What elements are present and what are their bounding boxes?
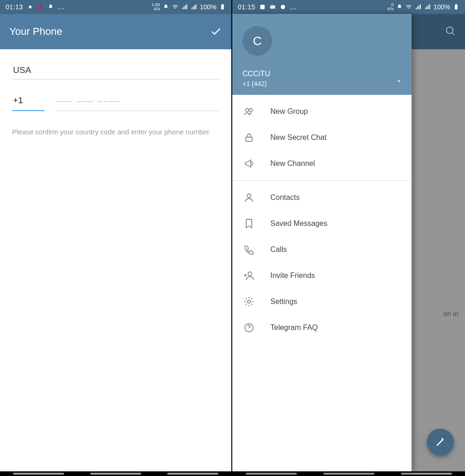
svg-point-9 [246,109,249,112]
battery-icon [219,4,226,10]
menu-item-secret-chat[interactable]: New Secret Chat [232,125,412,151]
vibrate-icon [396,4,403,10]
avatar[interactable]: C [242,26,272,56]
calls-icon [243,244,255,255]
faq-icon [243,322,255,333]
chevron-down-icon[interactable] [396,78,402,85]
svg-point-12 [247,194,251,198]
menu-item-invite[interactable]: Invite Friends [232,263,412,289]
nav-back[interactable] [401,473,452,475]
svg-rect-3 [260,5,264,9]
wifi-icon [406,4,412,10]
wifi-icon [172,4,178,10]
country-field[interactable]: USA [12,60,219,79]
drawer-header[interactable]: C CCCiTU +1 (442) [232,14,412,95]
svg-rect-1 [221,5,224,10]
nav-recent[interactable] [13,473,64,475]
svg-rect-11 [246,137,252,141]
drawer-phone: +1 (442) [242,80,401,87]
menu-item-label: New Channel [270,159,315,168]
signal-icon-2 [190,4,197,10]
signal-icon-2 [424,4,431,10]
menu-item-label: Settings [270,298,297,306]
nav-home[interactable] [323,473,374,475]
nav-home[interactable] [90,473,141,475]
actionbar-left: Your Phone [0,14,231,49]
drawer-username: CCCiTU [242,70,401,78]
menu-item-settings[interactable]: Settings [232,289,412,315]
contacts-icon [243,192,255,203]
signal-icon [181,4,188,10]
phone-right: 01:15 0K/s 100% on in [232,0,465,476]
menu-item-label: Invite Friends [270,271,315,280]
menu-item-contacts[interactable]: Contacts [232,185,412,211]
statusbar-right: 01:15 0K/s 100% [232,0,465,14]
svg-point-14 [248,300,250,303]
menu-item-new-group[interactable]: New Group [232,99,412,125]
drawer-menu: New GroupNew Secret ChatNew Channel Cont… [232,95,412,471]
nav-recent[interactable] [246,473,297,475]
page-title: Your Phone [9,26,62,38]
status-more-icon [290,3,297,11]
settings-icon [243,296,255,307]
nav-back[interactable] [167,473,218,475]
statusbar-left: 01:13 1.93K/s 100% [0,0,231,14]
navigation-drawer: C CCCiTU +1 (442) New GroupNew Secret Ch… [232,14,412,471]
invite-icon [243,270,255,281]
menu-item-new-channel[interactable]: New Channel [232,151,412,177]
menu-item-saved[interactable]: Saved Messages [232,211,412,237]
menu-item-label: New Group [270,107,308,116]
saved-icon [243,218,255,229]
phone-left: 01:13 1.93K/s 100% Your Phone [0,0,232,476]
menu-separator [232,180,412,181]
menu-item-label: Contacts [270,193,300,202]
android-navbar-left [0,471,231,476]
battery-icon [453,4,459,10]
country-code-field[interactable]: +1 [12,93,45,111]
signal-icon [415,4,421,10]
menu-item-label: Telegram FAQ [270,324,318,332]
status-time: 01:15 [238,3,255,11]
compose-fab[interactable] [427,429,454,456]
svg-point-16 [249,330,249,330]
svg-point-5 [281,5,285,9]
status-mute-icon [47,4,54,10]
confirm-icon[interactable] [210,26,222,38]
new-group-icon [243,106,255,117]
battery-text: 100% [433,3,450,11]
menu-item-label: New Secret Chat [270,133,327,142]
svg-point-0 [29,6,32,8]
android-navbar-right [232,471,465,476]
menu-item-calls[interactable]: Calls [232,237,412,263]
mail-icon [269,4,276,10]
vibrate-icon [163,4,169,10]
status-time: 01:13 [6,3,23,11]
secret-chat-icon [243,132,255,143]
menu-item-label: Saved Messages [270,219,327,228]
body-left: USA +1 ––– ––– –––– Please confirm your … [0,49,231,476]
svg-point-13 [248,272,252,276]
menu-item-faq[interactable]: Telegram FAQ [232,315,412,341]
battery-text: 100% [200,3,216,11]
svg-point-10 [249,109,253,112]
svg-rect-6 [455,5,458,10]
new-channel-icon [243,158,255,169]
status-app-icon-2 [37,4,44,10]
chat-icon [280,4,286,10]
gallery-icon [259,4,266,10]
status-more-icon [58,3,65,11]
svg-rect-2 [222,4,223,5]
menu-item-label: Calls [270,245,287,254]
status-app-icon [27,4,33,10]
svg-rect-7 [456,4,457,5]
phone-number-field[interactable]: ––– ––– –––– [55,93,219,111]
hint-text: Please confirm your country code and ent… [12,127,219,137]
